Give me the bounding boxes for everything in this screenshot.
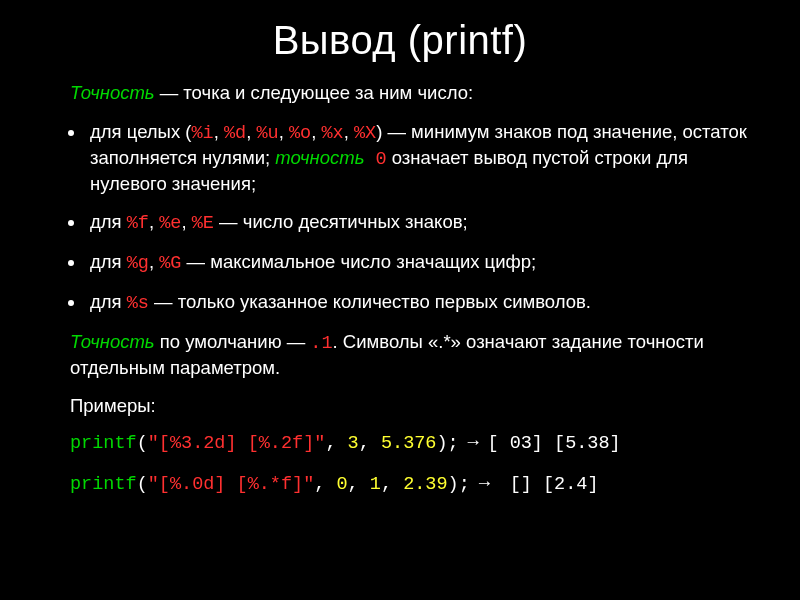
default-line: Точность по умолчанию — .1. Символы «.*»… <box>70 330 760 380</box>
bullet-list: для целых (%i, %d, %u, %o, %x, %X) — мин… <box>40 120 760 316</box>
b3-post: — максимальное число значащих цифр; <box>181 251 536 272</box>
b1-prec-term: точность <box>275 147 364 168</box>
fmt-spec: %s <box>127 293 149 314</box>
intro-term: Точность <box>70 82 155 103</box>
example-2: printf("[%.0d] [%.*f]", 0, 1, 2.39); → [… <box>70 471 760 497</box>
fmt-spec: %E <box>192 213 214 234</box>
arg: 3 <box>348 433 359 454</box>
b1-pre: для целых ( <box>90 121 191 142</box>
output: [] [2.4] <box>499 474 599 495</box>
slide: Вывод (printf) Точность — точка и следую… <box>0 18 800 600</box>
fmt-spec: %x <box>321 123 343 144</box>
fmt-spec: %g <box>127 253 149 274</box>
arg: 0 <box>336 474 347 495</box>
b4-pre: для <box>90 291 127 312</box>
fmt-spec: %G <box>159 253 181 274</box>
bullet-1: для целых (%i, %d, %u, %o, %x, %X) — мин… <box>70 120 760 196</box>
default-mid1: по умолчанию — <box>155 331 311 352</box>
output: [ 03] [5.38] <box>487 433 620 454</box>
b1-zero: 0 <box>364 149 386 170</box>
intro-line: Точность — точка и следующее за ним числ… <box>70 81 760 105</box>
fmt-spec: %f <box>127 213 149 234</box>
bullet-4: для %s — только указанное количество пер… <box>70 290 760 316</box>
fmt-spec: %u <box>256 123 278 144</box>
slide-title: Вывод (printf) <box>40 18 760 63</box>
b3-pre: для <box>90 251 127 272</box>
arrow-icon: → <box>470 472 499 493</box>
arg: 5.376 <box>381 433 437 454</box>
fmt-string: "[%.0d] [%.*f]" <box>148 474 315 495</box>
b2-post: — число десятичных знаков; <box>214 211 468 232</box>
arg: 2.39 <box>403 474 447 495</box>
fmt-spec: %e <box>159 213 181 234</box>
default-term: Точность <box>70 331 155 352</box>
fmt-spec: %d <box>224 123 246 144</box>
b4-post: — только указанное количество первых сим… <box>149 291 591 312</box>
arrow-icon: → <box>459 431 488 452</box>
bullet-2: для %f, %e, %E — число десятичных знаков… <box>70 210 760 236</box>
example-1: printf("[%3.2d] [%.2f]", 3, 5.376); → [ … <box>70 430 760 456</box>
arg: 1 <box>370 474 381 495</box>
fmt-spec: %X <box>354 123 376 144</box>
fmt-string: "[%3.2d] [%.2f]" <box>148 433 326 454</box>
intro-rest: — точка и следующее за ним число: <box>155 82 474 103</box>
printf-fn: printf <box>70 433 137 454</box>
fmt-spec: %o <box>289 123 311 144</box>
examples-label: Примеры: <box>70 395 760 417</box>
default-val: .1 <box>310 333 332 354</box>
printf-fn: printf <box>70 474 137 495</box>
fmt-spec: %i <box>191 123 213 144</box>
b2-pre: для <box>90 211 127 232</box>
bullet-3: для %g, %G — максимальное число значащих… <box>70 250 760 276</box>
